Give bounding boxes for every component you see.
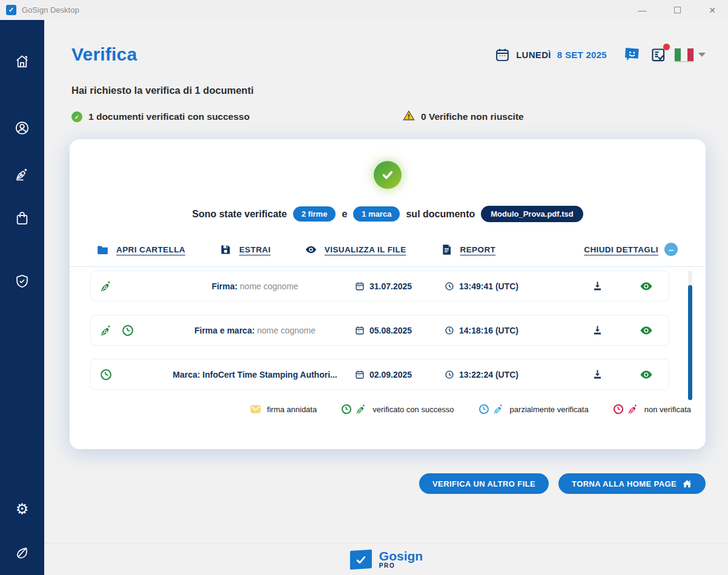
success-text: 1 documenti verificati con successo (88, 111, 250, 122)
row-date: 02.09.2025 (369, 370, 412, 380)
minimize-button[interactable]: — (638, 6, 646, 15)
sidebar: ⚙ (0, 20, 44, 575)
download-certificate-button[interactable] (564, 369, 630, 380)
verified-signature-icon (99, 280, 113, 293)
pen-nib-icon (627, 403, 639, 415)
eye-icon (639, 279, 654, 294)
verification-message: Sono state verificate 2 firme e 1 marca … (70, 206, 706, 222)
report-document-icon (440, 243, 453, 256)
download-icon (592, 324, 603, 336)
document-name-badge: Modulo_Prova.pdf.tsd (481, 206, 583, 222)
tasks-checklist-icon[interactable] (650, 47, 666, 63)
weekday-label: LUNEDÌ (516, 50, 551, 60)
legend-nested-signature: firma annidata (250, 403, 317, 415)
signatures-list: Firma: nome cognome 31.07.2025 13:49:41 … (70, 267, 706, 390)
big-success-check-icon (374, 161, 402, 189)
report-link[interactable]: REPORT (440, 243, 496, 256)
download-certificate-button[interactable] (564, 324, 630, 336)
back-to-home-button[interactable]: TORNA ALLA HOME PAGE (558, 473, 706, 494)
calendar-icon (355, 326, 365, 335)
notification-dot (663, 44, 670, 50)
legend-verified: verificato con successo (340, 403, 454, 415)
page-title: Verifica (71, 44, 137, 65)
close-button[interactable]: ✕ (709, 6, 716, 15)
download-certificate-button[interactable] (564, 280, 630, 292)
envelope-icon (250, 403, 262, 415)
status-legend: firma annidata verificato con successo (70, 403, 691, 415)
eye-icon (639, 323, 654, 338)
calendar-icon (495, 47, 510, 62)
message-conjunction: e (342, 209, 347, 220)
feedback-chat-icon[interactable] (623, 45, 641, 64)
row-signer-name: nome cognome (240, 281, 299, 291)
open-folder-link[interactable]: APRI CARTELLA (96, 243, 185, 256)
footer: Gosign PRO (44, 543, 728, 575)
chevron-down-icon (698, 53, 706, 57)
titlebar: ✓ GoSign Desktop — ✕ (0, 0, 728, 20)
message-prefix: Sono state verificate (192, 209, 287, 220)
extract-link[interactable]: ESTRAI (219, 243, 271, 256)
row-type-label: Marca: InfoCert Time Stamping Authori... (173, 370, 337, 380)
brand-name: Gosign (379, 550, 423, 563)
clock-icon (339, 401, 354, 416)
calendar-icon (355, 281, 365, 291)
legend-not-verified: non verificata (612, 403, 691, 415)
success-check-icon: ✓ (71, 111, 82, 122)
app-title: GoSign Desktop (22, 5, 79, 15)
download-icon (592, 369, 603, 380)
view-file-link[interactable]: VISUALIZZA IL FILE (305, 243, 406, 256)
maximize-icon (674, 7, 681, 13)
row-date: 31.07.2025 (369, 281, 412, 291)
close-details-link[interactable]: CHIUDI DETTAGLI – (584, 243, 678, 256)
app-window: ✓ GoSign Desktop — ✕ ⚙ (0, 0, 728, 575)
date-value: 8 SET 2025 (557, 50, 607, 60)
verify-another-file-button[interactable]: VERIFICA UN ALTRO FILE (419, 473, 549, 494)
save-icon (219, 243, 232, 256)
profile-icon[interactable] (15, 120, 30, 136)
clock-icon (611, 401, 626, 416)
clock-icon (445, 326, 454, 335)
row-time: 14:18:16 (UTC) (459, 326, 518, 335)
brand-tier: PRO (379, 563, 423, 570)
row-time: 13:22:24 (UTC) (459, 370, 518, 380)
maximize-button[interactable] (674, 6, 681, 15)
settings-gear-icon[interactable]: ⚙ (15, 501, 30, 517)
signatures-badge: 2 firme (293, 206, 336, 222)
home-icon[interactable] (15, 53, 30, 69)
shield-check-icon[interactable] (15, 273, 30, 289)
view-signature-details-button[interactable] (630, 323, 663, 338)
timestamp-row: Marca: InfoCert Time Stamping Authori...… (90, 359, 669, 390)
gosign-logo-icon (350, 549, 372, 570)
home-icon (682, 479, 692, 489)
row-type-label: Firma: (211, 281, 237, 291)
pen-nib-icon (492, 403, 505, 415)
collapse-minus-icon: – (664, 243, 678, 256)
folder-icon (96, 243, 109, 256)
row-date: 05.08.2025 (369, 326, 412, 335)
failed-status: 0 Verifiche non riuscite (403, 110, 524, 124)
clock-icon (445, 281, 454, 291)
success-status: ✓ 1 documenti verificati con successo (71, 111, 403, 122)
view-signature-details-button[interactable] (630, 367, 663, 382)
failed-text: 0 Verifiche non riuscite (421, 111, 524, 122)
verified-timestamp-icon (119, 322, 136, 339)
verified-timestamp-icon (98, 366, 114, 383)
eye-icon (305, 243, 317, 256)
scrollbar-track[interactable] (688, 271, 692, 400)
verification-result-card: Sono state verificate 2 firme e 1 marca … (70, 139, 706, 449)
language-selector[interactable] (675, 48, 706, 61)
app-logo-icon: ✓ (6, 5, 16, 15)
view-signature-details-button[interactable] (630, 279, 663, 294)
request-summary: Hai richiesto la verifica di 1 documenti (71, 85, 728, 96)
store-icon[interactable] (15, 210, 30, 226)
verified-signature-icon (99, 324, 113, 337)
legend-partially-verified: parzialmente verificata (478, 403, 589, 415)
date-display: LUNEDÌ 8 SET 2025 (495, 47, 607, 62)
row-signer-name: nome cognome (257, 326, 316, 335)
clock-icon (445, 370, 454, 380)
timestamp-badge: 1 marca (353, 206, 400, 222)
signature-icon[interactable] (15, 166, 30, 182)
eco-leaf-icon[interactable] (15, 545, 30, 560)
row-type-label: Firma e marca: (194, 326, 255, 335)
scrollbar-thumb[interactable] (688, 285, 692, 400)
